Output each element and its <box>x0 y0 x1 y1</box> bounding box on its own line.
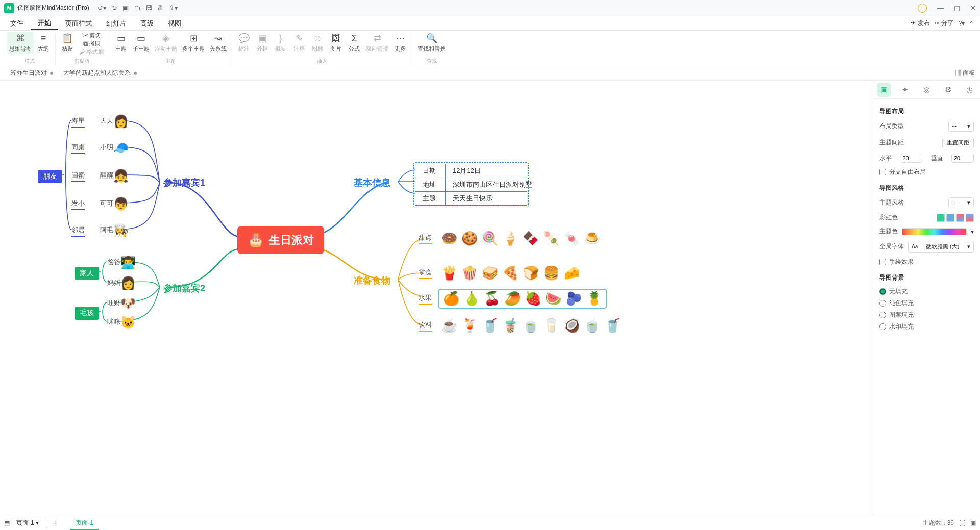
multi-topic-button[interactable]: ⊞多个主题 <box>180 32 207 54</box>
more-button[interactable]: ⋯更多 <box>391 32 409 54</box>
callout-button[interactable]: 💬标注 <box>235 32 253 54</box>
publish-button[interactable]: ✈ 发布 <box>911 19 929 28</box>
menu-view[interactable]: 视图 <box>161 16 188 30</box>
iconlib-button[interactable]: ☺图标 <box>309 32 326 54</box>
food-drink[interactable]: 饮料☕🍹🥤🧋🍵🥛🥥🍵🥤 <box>419 318 621 334</box>
print-icon[interactable]: 🖶 <box>157 4 164 12</box>
help-badge-icon[interactable]: — <box>918 4 927 13</box>
saveas-icon[interactable]: 🖫 <box>145 4 152 12</box>
formatpainter-button[interactable]: 🖌格式刷 <box>77 48 106 56</box>
food-dessert[interactable]: 甜点🍩🍪🍭🍦🍫🍡🍬🍮 <box>419 231 600 246</box>
food-fruit[interactable]: 水果🍊🍐🍒🥭🍓🍉🫐🍍 <box>419 289 607 309</box>
pages-icon[interactable]: ▤ <box>4 520 10 527</box>
friend-0[interactable]: 寿星天天👩 <box>71 114 129 130</box>
help-icon[interactable]: ?▾ <box>959 20 965 27</box>
label-bg-none: 无填充 <box>889 287 908 296</box>
chevron-down-icon[interactable]: ▾ <box>971 228 974 235</box>
export-icon[interactable]: ⇪▾ <box>169 4 178 12</box>
reset-spacing-button[interactable]: 重置间距 <box>942 137 974 148</box>
subtopic-button[interactable]: ▭子主题 <box>131 32 152 54</box>
menu-slides[interactable]: 幻灯片 <box>99 16 133 30</box>
hyperlink-button[interactable]: ⇄双向链接 <box>364 32 390 54</box>
info-table[interactable]: 日期12月12日 地址深圳市南山区生日派对别墅 主题天天生日快乐 <box>413 162 529 207</box>
page-select[interactable]: 页面-1 ▾ <box>12 518 47 528</box>
mode-outline-button[interactable]: ≡大纲 <box>35 32 52 54</box>
doctab-2[interactable]: 大学的新起点和人际关系 <box>58 69 142 78</box>
open-icon[interactable]: 🗀 <box>134 4 140 12</box>
window-controls: — — ▢ ✕ <box>918 4 976 13</box>
branch-guests1[interactable]: 参加嘉宾1 <box>163 176 205 189</box>
collapse-ribbon-icon[interactable]: ^ <box>970 20 973 27</box>
fullscreen-icon[interactable]: ▣ <box>970 520 976 527</box>
minimize-icon[interactable]: — <box>937 4 944 12</box>
spacing-h-input[interactable] <box>900 154 922 163</box>
avatar-icon: 👩 <box>113 114 129 130</box>
page-tab[interactable]: 页面-1 <box>70 517 99 530</box>
pet-1[interactable]: 咪咪🐱 <box>107 315 136 331</box>
food-snack[interactable]: 零食🍟🍿🥪🍕🍞🍔🧀 <box>419 265 580 281</box>
doctab-1[interactable]: 筹办生日派对 <box>5 69 58 78</box>
branch-free-checkbox[interactable] <box>879 169 886 175</box>
note-button[interactable]: ✎注释 <box>290 32 308 54</box>
image-button[interactable]: 🖼图片 <box>327 32 345 54</box>
boundary-button[interactable]: ▣外框 <box>254 32 271 54</box>
undo-icon[interactable]: ↺▾ <box>97 4 107 12</box>
floating-topic-button[interactable]: ◈浮动主题 <box>153 32 179 54</box>
maximize-icon[interactable]: ▢ <box>954 4 960 12</box>
central-topic[interactable]: 🎂生日派对 <box>237 226 324 254</box>
friend-rel: 邻居 <box>71 225 85 237</box>
share-button[interactable]: ∞ 分享 <box>935 19 953 28</box>
panel-toggle-button[interactable]: ▥ 面板 <box>955 69 975 78</box>
bg-solid-radio[interactable] <box>879 300 886 307</box>
fit-icon[interactable]: ⛶ <box>959 520 965 527</box>
topic-icon: ▭ <box>117 33 126 44</box>
cut-button[interactable]: ✂剪切 <box>77 32 106 39</box>
paste-button[interactable]: 📋粘贴 <box>59 32 76 54</box>
theme-style-select[interactable]: ⊹▾ <box>948 197 974 208</box>
friend-1[interactable]: 同桌小明🧢 <box>71 141 129 156</box>
formula-button[interactable]: Σ公式 <box>346 32 363 54</box>
tag-family[interactable]: 家人 <box>75 267 99 280</box>
branch-guests2[interactable]: 参加嘉宾2 <box>163 282 205 294</box>
findreplace-button[interactable]: 🔍查找和替换 <box>415 32 448 54</box>
friend-3[interactable]: 发小可可👦 <box>71 197 129 212</box>
spacing-v-input[interactable] <box>951 154 974 163</box>
rtab-history[interactable]: ◷ <box>962 83 976 97</box>
rtab-theme[interactable]: ⚙ <box>941 83 955 97</box>
canvas[interactable]: 🎂生日派对 参加嘉宾1 参加嘉宾2 朋友 家人 毛孩 寿星天天👩 同桌小明🧢 闺… <box>0 81 873 516</box>
branch-food[interactable]: 准备食物 <box>354 274 390 287</box>
menu-advanced[interactable]: 高级 <box>133 16 161 30</box>
rtab-marker[interactable]: ◎ <box>919 83 934 97</box>
close-icon[interactable]: ✕ <box>970 4 976 12</box>
menu-file[interactable]: 文件 <box>3 16 31 30</box>
save-icon[interactable]: ▣ <box>122 4 129 12</box>
friend-4[interactable]: 邻居阿毛👩‍🍳 <box>71 223 129 239</box>
theme-color-bar[interactable] <box>902 228 967 235</box>
branch-info[interactable]: 基本信息 <box>354 176 390 189</box>
outline-icon: ≡ <box>41 33 46 44</box>
bg-pattern-radio[interactable] <box>879 312 886 318</box>
layout-type-select[interactable]: ⊹▾ <box>948 121 974 132</box>
rtab-layout[interactable]: ▣ <box>877 83 891 97</box>
menu-start[interactable]: 开始 <box>31 16 58 30</box>
mode-mindmap-button[interactable]: ⌘思维导图 <box>7 32 34 54</box>
topic-button[interactable]: ▭主题 <box>112 32 130 54</box>
global-font-select[interactable]: Aa微软雅黑 (大)▾ <box>908 241 974 253</box>
menu-pagestyle[interactable]: 页面样式 <box>58 16 99 30</box>
friend-2[interactable]: 闺蜜醒醒👧 <box>71 169 129 184</box>
tag-pet[interactable]: 毛孩 <box>75 307 99 320</box>
pet-0[interactable]: 旺财🐶 <box>107 296 136 312</box>
add-page-button[interactable]: + <box>50 519 60 528</box>
bg-watermark-radio[interactable] <box>879 323 886 330</box>
family-1[interactable]: 妈妈👩 <box>107 276 136 291</box>
copy-button[interactable]: ⧉拷贝 <box>77 40 106 47</box>
summary-button[interactable]: }概要 <box>272 32 289 54</box>
rtab-ai[interactable]: ✦ <box>898 83 913 97</box>
rainbow-swatches[interactable] <box>937 214 974 222</box>
bg-none-radio[interactable] <box>879 288 886 295</box>
family-0[interactable]: 爸爸👨‍💻 <box>107 256 136 271</box>
tag-friends[interactable]: 朋友 <box>38 170 62 183</box>
hand-drawn-checkbox[interactable] <box>879 259 886 265</box>
relation-button[interactable]: ↝关系线 <box>208 32 229 54</box>
redo-icon[interactable]: ↻ <box>112 4 117 12</box>
